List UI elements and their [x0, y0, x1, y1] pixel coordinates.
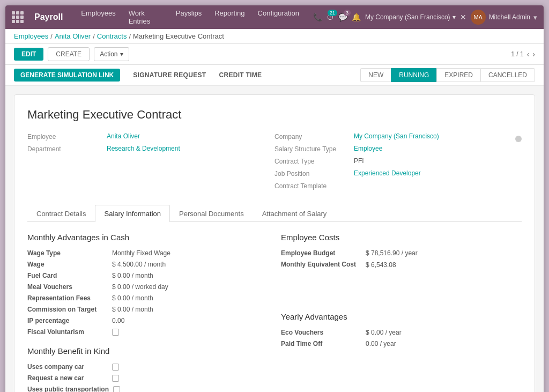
fiscal-checkbox[interactable] [112, 329, 119, 336]
tab-attachment-salary[interactable]: Attachment of Salary [253, 205, 336, 222]
breadcrumb: Employees / Anita Oliver / Contracts / M… [14, 32, 224, 40]
public-transport-label: Uses public transportation [27, 386, 109, 392]
yearly-advantages-title: Yearly Advantages [281, 312, 522, 321]
tab-personal-documents[interactable]: Personal Documents [170, 205, 253, 222]
left-column: Monthly Advantages in Cash Wage Type Mon… [27, 233, 268, 392]
status-cancelled-button[interactable]: CANCELLED [480, 68, 535, 82]
salary-structure-value[interactable]: Employee [354, 145, 382, 152]
pagination: 1 / 1 ‹ › [511, 50, 535, 58]
meta-left: Employee Anita Oliver Department Researc… [27, 132, 268, 194]
salary-structure-row: Salary Structure Type Employee [274, 145, 515, 153]
status-buttons: NEW RUNNING EXPIRED CANCELLED [360, 68, 535, 82]
monthly-kind-title: Monthly Benefit in Kind [27, 346, 268, 356]
meal-vouchers-label: Meal Vouchers [27, 283, 108, 291]
company-car-row: Uses company car [27, 363, 268, 371]
activity-icon[interactable]: ⏱ 21 [327, 13, 334, 21]
credit-time-button[interactable]: CREDIT TIME [212, 71, 268, 79]
breadcrumb-anita-oliver[interactable]: Anita Oliver [55, 32, 91, 40]
contract-title: Marketing Executive Contract [27, 108, 522, 122]
create-button[interactable]: CREATE [48, 47, 90, 61]
salary-tab-content: Monthly Advantages in Cash Wage Type Mon… [27, 233, 522, 392]
company-value[interactable]: My Company (San Francisco) [354, 132, 439, 140]
wage-value: $ 4,500.00 / month [112, 261, 166, 268]
bell-icon[interactable]: 🔔 [352, 13, 361, 21]
prev-page-button[interactable]: ‹ [527, 50, 530, 58]
action-button[interactable]: Action ▾ [94, 47, 129, 61]
nav-payslips[interactable]: Payslips [170, 7, 207, 27]
top-right-icons: 📞 ⏱ 21 💬 3 🔔 My Company (San Francisco) … [313, 10, 537, 25]
status-expired-button[interactable]: EXPIRED [436, 68, 480, 82]
activity-badge: 21 [328, 10, 337, 16]
commission-label: Commission on Target [27, 306, 108, 313]
company-car-label: Uses company car [27, 363, 108, 371]
contract-meta: Employee Anita Oliver Department Researc… [27, 132, 515, 194]
tab-contract-details[interactable]: Contract Details [27, 205, 95, 222]
public-transport-checkbox[interactable] [113, 386, 120, 393]
representation-fees-value: $ 0.00 / month [112, 294, 153, 302]
signature-request-button[interactable]: SIGNATURE REQUEST [127, 71, 212, 79]
eco-vouchers-row: Eco Vouchers $ 0.00 / year [281, 329, 522, 336]
eco-vouchers-value: $ 0.00 / year [366, 329, 402, 336]
request-car-row: Request a new car [27, 374, 268, 382]
meal-vouchers-value: $ 0.00 / worked day [112, 283, 168, 291]
request-car-label: Request a new car [27, 374, 108, 382]
monthly-equiv-row: Monthly Equivalent Cost $ 6,543.08 [281, 261, 522, 269]
eco-vouchers-label: Eco Vouchers [281, 329, 361, 336]
status-new-button[interactable]: NEW [360, 68, 391, 82]
app-grid-icon[interactable] [12, 11, 24, 23]
nav-employees[interactable]: Employees [76, 7, 121, 27]
ip-label: IP percentage [27, 317, 108, 324]
nav-work-entries[interactable]: Work Entries [123, 7, 168, 27]
main-nav: Employees Work Entries Payslips Reportin… [76, 7, 305, 27]
monthly-equiv-label: Monthly Equivalent Cost [281, 261, 361, 269]
right-column: Employee Costs Employee Budget $ 78,516.… [281, 233, 522, 392]
main-content: Marketing Executive Contract Employee An… [5, 86, 544, 392]
status-running-button[interactable]: RUNNING [391, 68, 436, 82]
request-car-checkbox[interactable] [112, 375, 119, 382]
breadcrumb-current: Marketing Executive Contract [133, 32, 224, 40]
wage-type-label: Wage Type [27, 249, 108, 257]
representation-fees-row: Representation Fees $ 0.00 / month [27, 294, 268, 302]
user-avatar: MA [471, 10, 486, 25]
fuel-card-row: Fuel Card $ 0.00 / month [27, 272, 268, 279]
company-car-checkbox[interactable] [112, 364, 119, 371]
nav-configuration[interactable]: Configuration [253, 7, 305, 27]
fiscal-row: Fiscal Voluntarism [27, 328, 268, 336]
nav-reporting[interactable]: Reporting [209, 7, 250, 27]
company-row: Company My Company (San Francisco) [274, 132, 515, 140]
phone-icon[interactable]: 📞 [313, 13, 322, 21]
breadcrumb-employees[interactable]: Employees [14, 32, 48, 40]
wage-type-value: Monthly Fixed Wage [112, 249, 170, 257]
contract-type-row: Contract Type PFI [274, 157, 515, 165]
wage-type-row: Wage Type Monthly Fixed Wage [27, 249, 268, 257]
tab-salary-information[interactable]: Salary Information [95, 205, 170, 222]
sep-2: / [93, 32, 95, 40]
breadcrumb-contracts[interactable]: Contracts [97, 32, 127, 40]
edit-button[interactable]: EDIT [14, 48, 43, 61]
status-indicator [515, 136, 522, 142]
next-page-button[interactable]: › [532, 50, 535, 58]
commission-value: $ 0.00 / month [112, 306, 153, 313]
public-transport-row: Uses public transportation [27, 386, 268, 392]
employee-value[interactable]: Anita Oliver [107, 132, 140, 140]
user-name: Mitchell Admin [489, 13, 530, 21]
action-bar: EDIT CREATE Action ▾ 1 / 1 ‹ › [5, 44, 544, 65]
chat-badge: 3 [344, 10, 351, 16]
contract-template-label: Contract Template [274, 182, 350, 190]
company-selector[interactable]: My Company (San Francisco) ▾ [365, 13, 456, 21]
fuel-card-value: $ 0.00 / month [112, 272, 153, 279]
monthly-equiv-value: $ 6,543.08 [366, 261, 396, 269]
ip-row: IP percentage 0.00 [27, 317, 268, 324]
app-brand: Payroll [34, 12, 63, 22]
close-icon[interactable]: ✕ [460, 13, 466, 21]
contract-type-label: Contract Type [274, 157, 350, 165]
user-menu[interactable]: MA Mitchell Admin ▾ [471, 10, 537, 25]
paid-time-off-row: Paid Time Off 0.00 / year [281, 340, 522, 347]
employee-row: Employee Anita Oliver [27, 132, 268, 140]
meal-vouchers-row: Meal Vouchers $ 0.00 / worked day [27, 283, 268, 291]
generate-simulation-button[interactable]: GENERATE SIMULATION LINK [14, 69, 120, 82]
pagination-count: 1 / 1 [511, 50, 523, 58]
department-value[interactable]: Research & Development [107, 145, 180, 152]
job-position-value[interactable]: Experienced Developer [354, 169, 421, 177]
chat-icon[interactable]: 💬 3 [338, 13, 347, 21]
